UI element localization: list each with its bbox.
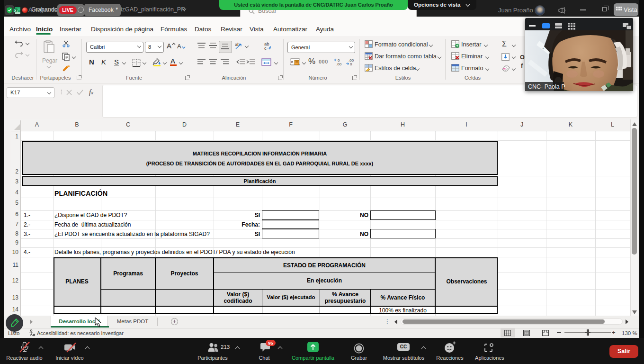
svg-text:0: 0: [350, 62, 352, 66]
svg-text:.00: .00: [336, 62, 342, 66]
svg-text:X: X: [14, 9, 17, 12]
svg-text:CNC- Paola P: CNC- Paola P: [528, 83, 565, 90]
svg-text:●: ●: [542, 46, 544, 50]
svg-text:¤: ¤: [291, 60, 294, 64]
svg-text:c: c: [264, 46, 267, 51]
